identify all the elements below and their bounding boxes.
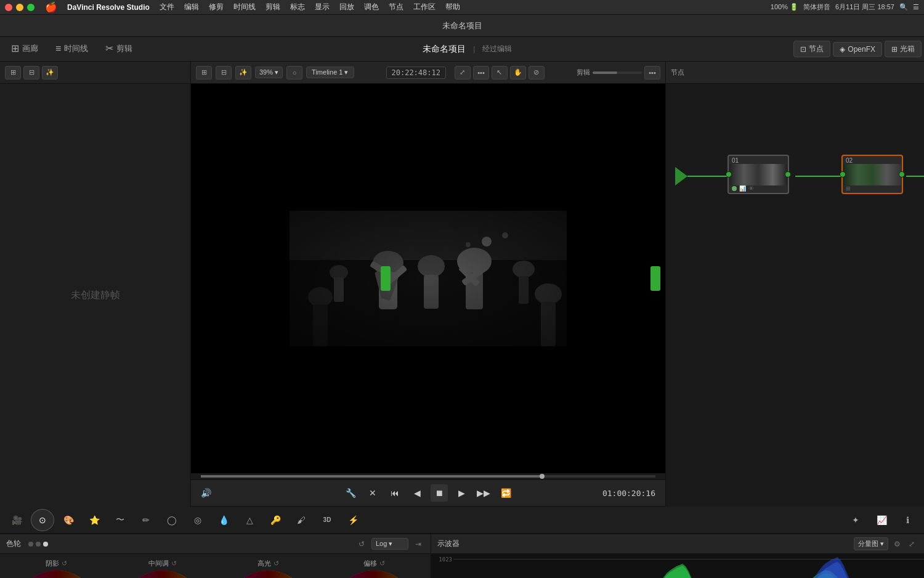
menu-app-name[interactable]: DaVinci Resolve Studio — [63, 2, 154, 13]
stop-btn[interactable]: ⏹ — [431, 484, 448, 502]
offset-reset[interactable]: ↺ — [379, 560, 385, 568]
loop-btn[interactable]: 🔁 — [497, 484, 514, 502]
midtones-wheel-container[interactable] — [120, 571, 206, 578]
still-wand-btn[interactable]: ✨ — [42, 66, 58, 79]
scrubber-head[interactable] — [540, 474, 545, 479]
preview-grid-btn[interactable]: ⊟ — [216, 66, 232, 79]
menu-playback[interactable]: 回放 — [335, 1, 359, 14]
menu-edit[interactable]: 编辑 — [180, 1, 203, 14]
menu-timeline[interactable]: 时间线 — [229, 1, 260, 14]
volume-button[interactable]: 🔊 — [201, 488, 211, 498]
menu-color[interactable]: 调色 — [360, 1, 383, 14]
offset-wheel-container[interactable] — [331, 571, 417, 578]
hand-tool[interactable]: ✋ — [510, 66, 526, 79]
preview-wand-btn[interactable]: ✨ — [235, 66, 251, 79]
node-02[interactable]: 02 ⊞ — [841, 155, 903, 194]
stereo-tool-btn[interactable]: ⚡ — [341, 509, 365, 531]
color-wheel-tool-btn[interactable]: ⊙ — [31, 509, 54, 531]
waveform-svg — [453, 554, 924, 578]
wf-mode-select[interactable]: 分量图 ▾ — [854, 537, 888, 550]
chart-btn[interactable]: 📈 — [870, 509, 893, 531]
preview-more-btn[interactable]: ••• — [644, 66, 660, 79]
timeline-select[interactable]: Timeline 1 ▾ — [306, 67, 354, 78]
menu-controls-icon[interactable]: ☰ — [913, 3, 919, 11]
still-layout-btn1[interactable]: ⊞ — [5, 66, 21, 79]
skip-start-btn[interactable]: ⏮ — [386, 484, 403, 502]
menu-file[interactable]: 文件 — [155, 1, 179, 14]
svg-marker-32 — [675, 167, 687, 185]
zoom-select[interactable]: 39% ▾ — [255, 67, 283, 78]
menu-mark[interactable]: 标志 — [286, 1, 309, 14]
menu-apple[interactable]: 🍎 — [41, 0, 62, 14]
maximize-button[interactable] — [27, 4, 34, 11]
threed-tool-btn[interactable]: 3D — [315, 509, 339, 531]
highlights-wheel-container[interactable] — [225, 571, 311, 578]
curve-tool-btn[interactable]: 〜 — [108, 509, 132, 531]
menu-node[interactable]: 节点 — [384, 1, 408, 14]
node-01[interactable]: 01 📊 👁 — [727, 155, 789, 194]
target-tool-btn[interactable]: ◎ — [186, 509, 209, 531]
key-tool-btn[interactable]: 🔑 — [264, 509, 287, 531]
arrow-tool[interactable]: ↖ — [492, 66, 508, 79]
tab-gallery[interactable]: ⊞ 画廊 — [2, 37, 47, 61]
camera-tool-btn[interactable]: 🎥 — [5, 509, 28, 531]
shadows-reset[interactable]: ↺ — [62, 560, 67, 568]
play-tools-btn[interactable]: 🔧 — [342, 484, 359, 502]
color-wheels-panel: 色轮 ↺ Log ▾ ⇥ 阴影 ↺ — [0, 534, 431, 578]
scrubber-area[interactable] — [191, 473, 665, 479]
triangle-tool-btn[interactable]: △ — [238, 509, 261, 531]
menu-clip[interactable]: 剪辑 — [261, 1, 285, 14]
search-icon[interactable]: 🔍 — [899, 3, 908, 11]
menu-trim[interactable]: 修剪 — [205, 1, 228, 14]
play-btn[interactable]: ▶ — [453, 484, 470, 502]
wf-expand-btn[interactable]: ⤢ — [906, 538, 918, 550]
node-button[interactable]: ⊡ 节点 — [793, 41, 830, 57]
tab-timeline[interactable]: ≡ 时间线 — [47, 37, 97, 61]
info-btn[interactable]: ℹ — [896, 509, 919, 531]
node-01-input-handle[interactable] — [726, 171, 732, 177]
cw-mode-select[interactable]: Log ▾ — [371, 538, 408, 550]
highlights-reset[interactable]: ↺ — [274, 560, 279, 568]
menu-workspace[interactable]: 工作区 — [409, 1, 440, 14]
close-button[interactable] — [5, 4, 12, 11]
left-handle[interactable] — [381, 266, 391, 291]
close-tools-btn[interactable]: ✕ — [364, 484, 381, 502]
step-fwd-btn[interactable]: ▶▶ — [475, 484, 492, 502]
step-back-btn[interactable]: ◀ — [408, 484, 426, 502]
drop-tool-btn[interactable]: 💧 — [212, 509, 235, 531]
node-02-input-handle[interactable] — [840, 171, 846, 177]
video-scrubber[interactable] — [201, 475, 655, 478]
circle-tool-btn[interactable]: ◯ — [160, 509, 184, 531]
cw-expand-btn[interactable]: ⇥ — [412, 538, 424, 550]
minimize-button[interactable] — [16, 4, 23, 11]
node-area[interactable]: 01 📊 👁 02 ⊞ — [666, 84, 924, 507]
right-handle[interactable] — [650, 266, 660, 291]
more-btn[interactable]: ••• — [473, 66, 489, 79]
node-graph-btn[interactable]: ✦ — [844, 509, 867, 531]
cw-dot-1[interactable] — [28, 542, 33, 547]
node-02-output-handle[interactable] — [899, 171, 905, 177]
node-02-label: 02 — [844, 157, 853, 164]
brush-tool-btn[interactable]: 🖌 — [290, 509, 313, 531]
node-01-output-handle[interactable] — [785, 171, 791, 177]
wf-settings-btn[interactable]: ⚙ — [891, 538, 903, 550]
lightbox-button[interactable]: ⊞ 光箱 — [885, 41, 922, 57]
cw-dot-3[interactable] — [43, 542, 48, 547]
cw-dot-2[interactable] — [36, 542, 41, 547]
star-tool-btn[interactable]: ⭐ — [83, 509, 106, 531]
menu-help[interactable]: 帮助 — [441, 1, 464, 14]
openfx-button[interactable]: ◈ OpenFX — [833, 42, 882, 57]
still-layout-btn2[interactable]: ⊟ — [23, 66, 39, 79]
menu-view[interactable]: 显示 — [310, 1, 334, 14]
palette-tool-btn[interactable]: 🎨 — [57, 509, 80, 531]
preview-layout-btn[interactable]: ⊞ — [196, 66, 212, 79]
fit-frame-btn[interactable]: ⤢ — [455, 66, 471, 79]
shadows-wheel-container[interactable] — [14, 571, 100, 578]
tab-edit[interactable]: ✂ 剪辑 — [97, 37, 141, 61]
crop-tool[interactable]: ⊘ — [529, 66, 545, 79]
midtones-reset[interactable]: ↺ — [171, 560, 177, 568]
cw-reset-btn[interactable]: ↺ — [355, 538, 368, 550]
fit-btn[interactable]: ○ — [286, 66, 302, 79]
video-preview[interactable] — [191, 84, 665, 473]
pen-tool-btn[interactable]: ✏ — [134, 509, 158, 531]
